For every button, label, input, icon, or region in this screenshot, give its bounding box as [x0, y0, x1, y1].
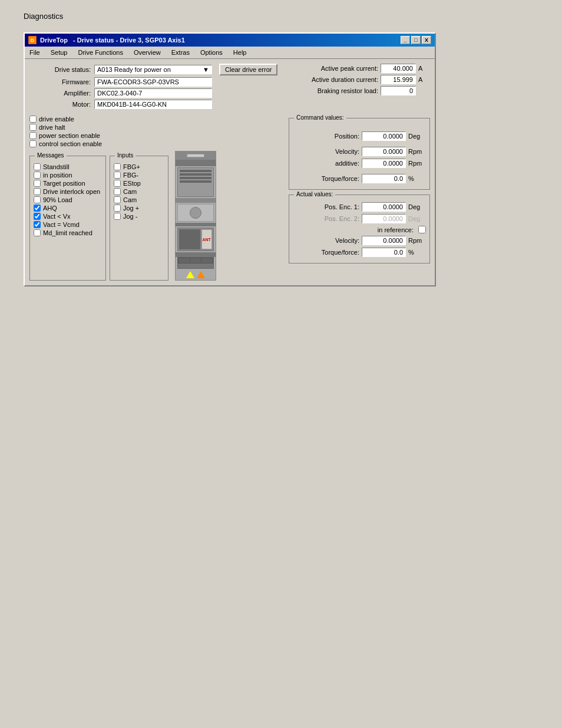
msg-ahq: AHQ	[34, 205, 102, 212]
drive-enable-checkbox[interactable]	[29, 116, 37, 123]
drive-halt-checkbox[interactable]	[29, 124, 37, 131]
in-reference-checkbox[interactable]	[418, 226, 426, 233]
drive-enable-label: drive enable	[39, 116, 74, 123]
input-fbg-minus-checkbox[interactable]	[114, 172, 121, 179]
window-controls: _ □ X	[401, 36, 431, 44]
page-title: Diagnostics	[24, 12, 538, 21]
braking-resistor-value: 0	[381, 86, 416, 95]
active-duration-current-value: 15.999	[381, 75, 416, 84]
input-cam1-checkbox[interactable]	[114, 188, 121, 195]
msg-in-position: in position	[34, 172, 102, 179]
input-cam2: Cam	[114, 196, 164, 203]
actual-pos-enc2-row: Pos. Enc. 2: 0.0000 Deg	[293, 214, 426, 223]
menu-overview[interactable]: Overview	[131, 48, 163, 57]
amplifier-label: Amplifier:	[29, 90, 94, 97]
cmd-additive-unit: Rpm	[408, 160, 426, 167]
actual-pos-enc2-label: Pos. Enc. 2:	[325, 215, 359, 222]
cmd-position-value: 0.0000	[362, 131, 406, 141]
cmd-velocity-unit: Rpm	[408, 148, 426, 155]
cmd-position-unit: Deg	[408, 133, 426, 140]
drive-enable-item: drive enable	[29, 116, 284, 123]
window-title: DriveTop - Drive status - Drive 3, SGP03…	[40, 37, 185, 44]
cmd-torque-value: 0.0	[362, 174, 406, 183]
menu-setup[interactable]: Setup	[48, 48, 70, 57]
input-estop-checkbox[interactable]	[114, 180, 121, 187]
input-fbg-plus: FBG+	[114, 163, 164, 170]
input-jog-minus-checkbox[interactable]	[114, 213, 121, 220]
active-peak-current-unit: A	[418, 65, 430, 72]
actual-pos-enc2-value: 0.0000	[362, 214, 406, 223]
inputs-title: Inputs	[115, 152, 135, 159]
drive-halt-item: drive halt	[29, 124, 284, 131]
title-bar: D DriveTop - Drive status - Drive 3, SGP…	[25, 34, 435, 47]
menu-drive-functions[interactable]: Drive Functions	[75, 48, 125, 57]
actual-velocity-row: Velocity: 0.0000 Rpm	[293, 236, 426, 245]
menu-file[interactable]: File	[27, 48, 42, 57]
messages-section: Messages Standstill in position	[29, 156, 106, 281]
actual-pos-enc2-unit: Deg	[408, 215, 426, 222]
msg-target-position: Target position	[34, 180, 102, 187]
menu-options[interactable]: Options	[198, 48, 225, 57]
in-reference-row: in reference:	[293, 226, 426, 233]
msg-90-load-checkbox[interactable]	[34, 196, 41, 203]
cmd-position-label: Position:	[335, 133, 359, 140]
cmd-additive-value: 0.0000	[362, 159, 406, 168]
command-values-title: Command values:	[294, 114, 346, 121]
menu-extras[interactable]: Extras	[169, 48, 192, 57]
input-jog-minus: Jog -	[114, 213, 164, 220]
input-fbg-plus-checkbox[interactable]	[114, 163, 121, 170]
cmd-velocity-value: 0.0000	[362, 147, 406, 156]
actual-pos-enc1-value: 0.0000	[362, 202, 406, 212]
close-button[interactable]: X	[422, 36, 431, 44]
msg-90-load: 90% Load	[34, 196, 102, 203]
minimize-button[interactable]: _	[401, 36, 410, 44]
clear-drive-error-button[interactable]: Clear drive error	[219, 64, 277, 75]
power-section-enable-item: power section enable	[29, 132, 284, 139]
in-reference-label: in reference:	[378, 226, 414, 233]
actual-velocity-label: Velocity:	[335, 237, 359, 244]
control-section-enable-checkbox[interactable]	[29, 140, 37, 147]
control-section-enable-item: control section enable	[29, 140, 284, 147]
msg-vact-vx-checkbox[interactable]	[34, 213, 41, 220]
warning-icon	[186, 271, 194, 278]
msg-ahq-checkbox[interactable]	[34, 205, 41, 212]
actual-pos-enc1-row: Pos. Enc. 1: 0.0000 Deg	[293, 202, 426, 212]
actual-values-section: Actual values: Pos. Enc. 1: 0.0000 Deg P…	[289, 195, 430, 263]
actual-pos-enc1-label: Pos. Enc. 1:	[325, 203, 359, 210]
msg-vact-vcmd: Vact = Vcmd	[34, 221, 102, 228]
input-fbg-minus: FBG-	[114, 172, 164, 179]
msg-drive-interlock-open: Drive interlock open	[34, 188, 102, 195]
messages-title: Messages	[35, 152, 67, 159]
msg-standstill: Standstill	[34, 163, 102, 170]
actual-torque-label: Torque/force:	[322, 249, 359, 256]
drive-checkboxes: drive enable drive halt power section en…	[29, 116, 284, 147]
input-cam1: Cam	[114, 188, 164, 195]
msg-in-position-checkbox[interactable]	[34, 172, 41, 179]
msg-md-limit-reached-checkbox[interactable]	[34, 229, 41, 236]
drive-status-field: A013 Ready for power on ▼	[94, 65, 212, 74]
actual-torque-row: Torque/force: 0.0 %	[293, 248, 426, 257]
actual-torque-unit: %	[408, 249, 426, 256]
cmd-torque-label: Torque/force:	[322, 175, 359, 182]
cmd-position-row: Position: 0.0000 Deg	[293, 131, 426, 141]
input-cam2-checkbox[interactable]	[114, 196, 121, 203]
firmware-field: FWA-ECODR3-SGP-03VRS	[94, 77, 212, 87]
msg-vact-vcmd-checkbox[interactable]	[34, 221, 41, 228]
control-section-enable-label: control section enable	[39, 140, 102, 147]
drive-top-window: D DriveTop - Drive status - Drive 3, SGP…	[24, 32, 436, 286]
menu-help[interactable]: Help	[231, 48, 249, 57]
input-estop: EStop	[114, 180, 164, 187]
input-jog-plus-checkbox[interactable]	[114, 205, 121, 212]
cmd-additive-label: additive:	[335, 160, 359, 167]
braking-resistor-label: Braking resistor load:	[293, 87, 378, 94]
msg-target-position-checkbox[interactable]	[34, 180, 41, 187]
cmd-velocity-row: Velocity: 0.0000 Rpm	[293, 147, 426, 156]
menu-bar: File Setup Drive Functions Overview Extr…	[25, 47, 435, 59]
msg-drive-interlock-open-checkbox[interactable]	[34, 188, 41, 195]
actual-pos-enc1-unit: Deg	[408, 203, 426, 210]
cmd-additive-row: additive: 0.0000 Rpm	[293, 159, 426, 168]
cmd-torque-unit: %	[408, 175, 426, 182]
restore-button[interactable]: □	[411, 36, 421, 44]
msg-standstill-checkbox[interactable]	[34, 163, 41, 170]
power-section-enable-checkbox[interactable]	[29, 132, 37, 139]
